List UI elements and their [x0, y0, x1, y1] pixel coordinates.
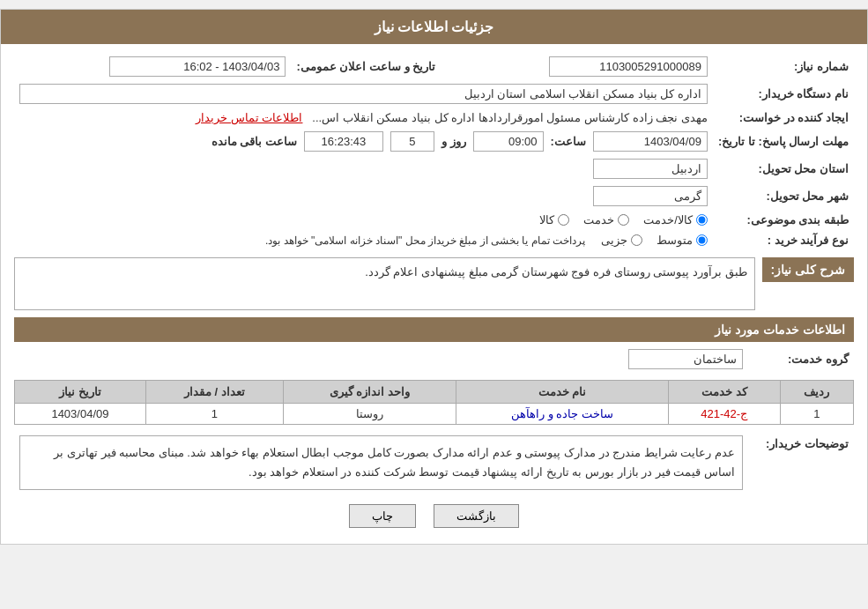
- service-group-label: گروه خدمت:: [748, 345, 854, 373]
- cell-code: ج-42-421: [668, 404, 780, 425]
- buyer-notes-table: توضیحات خریدار: عدم رعایت شرایط مندرج در…: [14, 432, 854, 494]
- deadline-flex: 1403/04/09 ساعت: 09:00 روز و 5 16:23:43 …: [19, 131, 708, 152]
- col-date: تاریخ نیاز: [15, 381, 146, 404]
- deadline-days: 5: [390, 131, 434, 152]
- back-button[interactable]: بازگشت: [434, 504, 519, 528]
- cell-qty: 1: [145, 404, 283, 425]
- process-value: جزیی متوسط پرداخت تمام یا بخشی از مبلغ خ…: [14, 230, 713, 250]
- deadline-day-label: روز و: [441, 135, 466, 148]
- buyer-notes-cell: عدم رعایت شرایط مندرج در مدارک پیوستی و …: [14, 432, 748, 494]
- process-radio-motavasset[interactable]: [696, 234, 708, 246]
- col-unit: واحد اندازه گیری: [283, 381, 456, 404]
- deadline-remaining-label: ساعت باقی مانده: [211, 135, 297, 148]
- process-radio-jozi[interactable]: [631, 234, 642, 246]
- process-note: پرداخت تمام یا بخشی از مبلغ خریداز محل "…: [265, 234, 594, 247]
- deadline-remaining: 16:23:43: [304, 131, 383, 152]
- description-box: طبق برآورد پیوستی روستای فره فوج شهرستان…: [14, 257, 755, 310]
- category-label: طبقه بندی موضوعی:: [713, 210, 854, 230]
- need-number-value: 1103005291000089: [462, 53, 713, 80]
- buyer-notes-label: توضیحات خریدار:: [748, 432, 854, 494]
- buyer-notes-box: عدم رعایت شرایط مندرج در مدارک پیوستی و …: [19, 435, 743, 490]
- description-container: طبق برآورد پیوستی روستای فره فوج شهرستان…: [14, 257, 755, 310]
- services-table: ردیف کد خدمت نام خدمت واحد اندازه گیری ت…: [14, 380, 854, 425]
- process-option-2[interactable]: متوسط: [657, 234, 708, 247]
- service-group-table: گروه خدمت: ساختمان: [14, 345, 854, 373]
- date-input: 1403/04/03 - 16:02: [109, 56, 286, 77]
- category-radio-khedmat[interactable]: [618, 214, 629, 226]
- page-title: جزئیات اطلاعات نیاز: [375, 19, 494, 34]
- city-label: شهر محل تحویل:: [713, 182, 854, 210]
- process-label-jozi: جزیی: [601, 234, 627, 247]
- deadline-time-label: ساعت:: [551, 135, 586, 148]
- city-value: گرمی: [14, 182, 713, 210]
- need-number-input: 1103005291000089: [549, 56, 708, 77]
- province-input: اردبیل: [593, 159, 708, 179]
- creator-text: مهدی نجف زاده کارشناس مسئول امورقرارداده…: [312, 111, 708, 124]
- deadline-time: 09:00: [473, 131, 544, 152]
- province-value: اردبیل: [14, 155, 713, 182]
- category-label-khedmat: خدمت: [583, 213, 614, 227]
- buttons-row: بازگشت چاپ: [14, 504, 854, 528]
- category-value: کالا خدمت کالا/خدمت: [14, 210, 713, 230]
- process-label-motavasset: متوسط: [657, 234, 693, 247]
- cell-name: ساخت جاده و راهآهن: [456, 404, 668, 425]
- info-table-main: شماره نیاز: 1103005291000089 تاریخ و ساع…: [14, 53, 854, 250]
- cell-unit: روستا: [283, 404, 456, 425]
- description-section-title: شرح کلی نیاز:: [762, 257, 854, 282]
- category-radio-both[interactable]: [696, 214, 708, 226]
- province-label: استان محل تحویل:: [713, 155, 854, 182]
- date-value: 1403/04/03 - 16:02: [14, 53, 291, 80]
- process-flex: جزیی متوسط پرداخت تمام یا بخشی از مبلغ خ…: [19, 234, 708, 247]
- col-code: کد خدمت: [668, 381, 780, 404]
- creator-value: مهدی نجف زاده کارشناس مسئول امورقرارداده…: [14, 108, 713, 128]
- col-name: نام خدمت: [456, 381, 668, 404]
- print-button[interactable]: چاپ: [349, 504, 416, 528]
- process-radio-group: جزیی متوسط: [601, 234, 708, 247]
- category-radio-group: کالا خدمت کالا/خدمت: [19, 213, 708, 227]
- category-option-2[interactable]: خدمت: [583, 213, 629, 227]
- creator-label: ایجاد کننده در خواست:: [713, 108, 854, 128]
- deadline-label: مهلت ارسال پاسخ: تا تاریخ:: [713, 128, 854, 155]
- col-qty: تعداد / مقدار: [145, 381, 283, 404]
- services-section-title: اطلاعات خدمات مورد نیاز: [14, 317, 854, 342]
- buyer-org-input: اداره کل بنیاد مسکن انقلاب اسلامی استان …: [19, 84, 708, 104]
- category-radio-kala[interactable]: [558, 214, 569, 226]
- col-row-num: ردیف: [780, 381, 853, 404]
- contact-link[interactable]: اطلاعات تماس خریدار: [196, 111, 302, 124]
- category-label-both: کالا/خدمت: [643, 213, 693, 227]
- cell-row-num: 1: [780, 404, 853, 425]
- process-option-1[interactable]: جزیی: [601, 234, 642, 247]
- page-wrapper: جزئیات اطلاعات نیاز شماره نیاز: 11030052…: [0, 9, 868, 545]
- buyer-org-value: اداره کل بنیاد مسکن انقلاب اسلامی استان …: [14, 80, 713, 108]
- need-number-label: شماره نیاز:: [713, 53, 854, 80]
- cell-date: 1403/04/09: [15, 404, 146, 425]
- service-group-input: ساختمان: [628, 349, 743, 369]
- category-label-kala: کالا: [539, 213, 554, 227]
- buyer-org-label: نام دستگاه خریدار:: [713, 80, 854, 108]
- description-section: شرح کلی نیاز: طبق برآورد پیوستی روستای ف…: [14, 257, 854, 310]
- process-label: نوع فرآیند خرید :: [713, 230, 854, 250]
- category-option-3[interactable]: کالا/خدمت: [643, 213, 708, 227]
- deadline-row: 1403/04/09 ساعت: 09:00 روز و 5 16:23:43 …: [14, 128, 713, 155]
- deadline-date: 1403/04/09: [593, 131, 708, 152]
- page-header: جزئیات اطلاعات نیاز: [1, 10, 867, 44]
- service-group-value: ساختمان: [14, 345, 748, 373]
- content-area: شماره نیاز: 1103005291000089 تاریخ و ساع…: [1, 44, 867, 544]
- date-label: تاریخ و ساعت اعلان عمومی:: [291, 53, 444, 80]
- category-option-1[interactable]: کالا: [539, 213, 569, 227]
- table-row: 1 ج-42-421 ساخت جاده و راهآهن روستا 1 14…: [15, 404, 854, 425]
- city-input: گرمی: [593, 186, 708, 206]
